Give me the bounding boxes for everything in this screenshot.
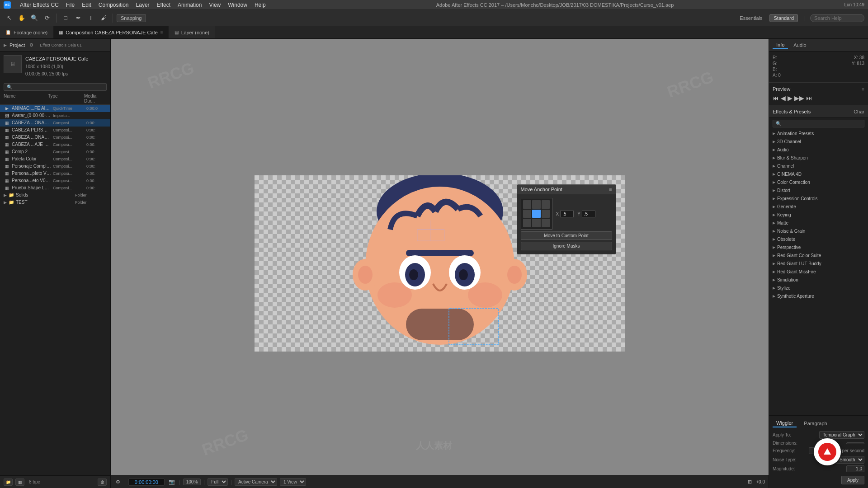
effect-cat-cinema4d[interactable]: ▶ CINEMA 4D — [769, 170, 868, 178]
effect-cat-noise[interactable]: ▶ Noise & Grain — [769, 227, 868, 235]
menu-animation[interactable]: Animation — [178, 2, 202, 8]
wiggler-apply-button[interactable]: Apply — [841, 476, 864, 484]
preview-menu[interactable]: ≡ — [862, 87, 864, 92]
tab-footage[interactable]: 📋 Footage (none) — [0, 26, 53, 38]
preview-play[interactable]: ▶ — [788, 94, 793, 102]
list-item[interactable]: ▦ Prueba Shape Layer Composi... 0:00: — [0, 184, 110, 192]
menu-window[interactable]: Window — [228, 2, 247, 8]
anchor-cell-bl[interactable] — [523, 219, 532, 227]
effect-cat-lutbuddy[interactable]: ▶ Red Giant LUT Buddy — [769, 259, 868, 267]
list-item[interactable]: ▦ Comp 2 Composi... 0:00: — [0, 148, 110, 155]
new-comp-btn[interactable]: ▦ — [15, 479, 24, 486]
preview-last[interactable]: ⏭ — [806, 94, 812, 102]
effect-cat-synthetic[interactable]: ▶ Synthetic Aperture — [769, 292, 868, 300]
list-item[interactable]: ▦ CABEZA ...ONAJE V018 Composi... 0:00: — [0, 134, 110, 141]
anchor-cell-br[interactable] — [542, 219, 550, 227]
pen-tool[interactable]: ✒ — [73, 13, 84, 23]
noise-type-select[interactable]: Smooth — [836, 456, 864, 464]
preview-prev-frame[interactable]: ◀ — [781, 94, 786, 102]
mag-val[interactable]: 1,0 — [846, 465, 864, 472]
effect-cat-3d[interactable]: ▶ 3D Channel — [769, 137, 868, 145]
preview-first[interactable]: ⏮ — [773, 94, 779, 102]
essentials-button[interactable]: Essentials — [736, 14, 766, 22]
list-item[interactable]: ▦ CABEZA ...ONAJE Cafe Composi... 0:00: — [0, 119, 110, 127]
effect-cat-simulation[interactable]: ▶ Simulation — [769, 276, 868, 284]
menu-edit[interactable]: Edit — [82, 2, 91, 8]
camera-rotate-tool[interactable]: ⟳ — [42, 13, 52, 23]
move-to-custom-button[interactable]: Move to Custom Point — [521, 231, 612, 240]
apply-to-select[interactable]: Temporal Graph — [819, 431, 864, 439]
preview-next-frame[interactable]: ▶▶ — [794, 94, 804, 102]
arrow-tool[interactable]: ↖ — [4, 13, 14, 23]
list-item-folder2[interactable]: ▶ 📁 TEST Folder — [0, 199, 110, 206]
list-item[interactable]: ▶ ANIMACI...FE Alpha.mov QuickTime 0:00:… — [0, 105, 110, 112]
viewer-settings-btn[interactable]: ⚙ — [114, 479, 122, 485]
menu-composition[interactable]: Composition — [99, 2, 129, 8]
menu-help[interactable]: Help — [255, 2, 266, 8]
tab-info[interactable]: Info — [773, 41, 788, 49]
tab-paragraph[interactable]: Paragraph — [800, 420, 830, 427]
anchor-popup-menu-icon[interactable]: ≡ — [609, 187, 612, 192]
standard-button[interactable]: Standard — [769, 14, 798, 22]
view-select[interactable]: 1 View — [280, 478, 306, 486]
tab-layer[interactable]: ▤ Layer (none) — [169, 26, 215, 38]
menu-file[interactable]: File — [66, 2, 75, 8]
effects-search-input[interactable] — [773, 120, 864, 127]
anchor-cell-tc[interactable] — [532, 200, 541, 209]
menu-layer[interactable]: Layer — [136, 2, 150, 8]
anchor-cell-bc[interactable] — [532, 219, 541, 227]
anchor-cell-tr[interactable] — [542, 200, 550, 209]
list-item[interactable]: ▦ CABEZA ...AJE V018 RIG Composi... 0:00… — [0, 141, 110, 148]
list-item[interactable]: 🖼 Avatar_(0-00-00-00).jpg Importa... — [0, 112, 110, 119]
effect-cat-color[interactable]: ▶ Color Correction — [769, 178, 868, 186]
effect-cat-matte[interactable]: ▶ Matte — [769, 219, 868, 227]
effect-cat-animation[interactable]: ▶ Animation Presets — [769, 129, 868, 137]
tab-wiggler[interactable]: Wiggler — [773, 419, 797, 427]
text-tool[interactable]: T — [85, 13, 96, 23]
anchor-cell-mr[interactable] — [542, 210, 550, 218]
project-collapse[interactable]: ▶ — [4, 43, 7, 47]
list-item[interactable]: ▦ Persona...pleto V01 RIG Composi... 0:0… — [0, 170, 110, 177]
camera-icon[interactable]: 📷 — [167, 479, 176, 485]
rect-tool[interactable]: □ — [60, 13, 71, 23]
x-input[interactable] — [560, 211, 574, 217]
delete-btn[interactable]: 🗑 — [98, 479, 107, 486]
effect-cat-redgiant[interactable]: ▶ Red Giant Color Suite — [769, 251, 868, 259]
menu-aftereffects[interactable]: After Effects CC — [20, 2, 59, 8]
brush-tool[interactable]: 🖌 — [98, 13, 109, 23]
menu-effect[interactable]: Effect — [157, 2, 170, 8]
hand-tool[interactable]: ✋ — [16, 13, 27, 23]
search-project-input[interactable] — [4, 83, 107, 91]
effect-cat-expr[interactable]: ▶ Expression Controls — [769, 194, 868, 202]
tab-composition[interactable]: ▦ Composition CABEZA PERSONAJE Cafe ≡ — [53, 26, 169, 38]
list-item[interactable]: ▦ Persona...eto V01 RIG 2 Composi... 0:0… — [0, 177, 110, 184]
quality-select[interactable]: Full — [208, 478, 228, 486]
grid-icon[interactable]: ⊞ — [746, 479, 753, 485]
list-item-folder[interactable]: ▶ 📁 Solids Folder — [0, 192, 110, 199]
search-help-input[interactable] — [810, 14, 864, 22]
tab-audio[interactable]: Audio — [790, 42, 810, 49]
new-folder-btn[interactable]: 📁 — [4, 479, 13, 486]
effect-cat-stylize[interactable]: ▶ Stylize — [769, 284, 868, 292]
zoom-display[interactable]: 100% — [183, 479, 201, 485]
effect-cat-channel[interactable]: ▶ Channel — [769, 162, 868, 170]
y-input[interactable] — [582, 211, 595, 217]
menu-view[interactable]: View — [209, 2, 221, 8]
effect-cat-distort[interactable]: ▶ Distort — [769, 186, 868, 194]
zoom-tool[interactable]: 🔍 — [29, 13, 40, 23]
anchor-cell-tl[interactable] — [523, 200, 532, 209]
effect-cat-missfire[interactable]: ▶ Red Giant MissFire — [769, 267, 868, 276]
effect-cat-blur[interactable]: ▶ Blur & Sharpen — [769, 154, 868, 162]
list-item[interactable]: ▦ Personaje Completo V01 Composi... 0:00… — [0, 163, 110, 170]
effect-cat-perspective[interactable]: ▶ Perspective — [769, 243, 868, 251]
effect-cat-audio[interactable]: ▶ Audio — [769, 145, 868, 154]
effect-cat-obsolete[interactable]: ▶ Obsolete — [769, 235, 868, 243]
effect-cat-keying[interactable]: ▶ Keying — [769, 211, 868, 219]
list-item[interactable]: ▦ CABEZA PERSONAJE V01 Composi... 0:00: — [0, 127, 110, 134]
camera-select[interactable]: Active Camera — [235, 478, 277, 486]
effect-cat-gen[interactable]: ▶ Generate — [769, 202, 868, 211]
anchor-cell-ml[interactable] — [523, 210, 532, 218]
list-item[interactable]: ▦ Paleta Color Composi... 0:00: — [0, 155, 110, 163]
anchor-cell-mc[interactable] — [532, 210, 541, 218]
char-tab[interactable]: Char — [854, 109, 864, 114]
